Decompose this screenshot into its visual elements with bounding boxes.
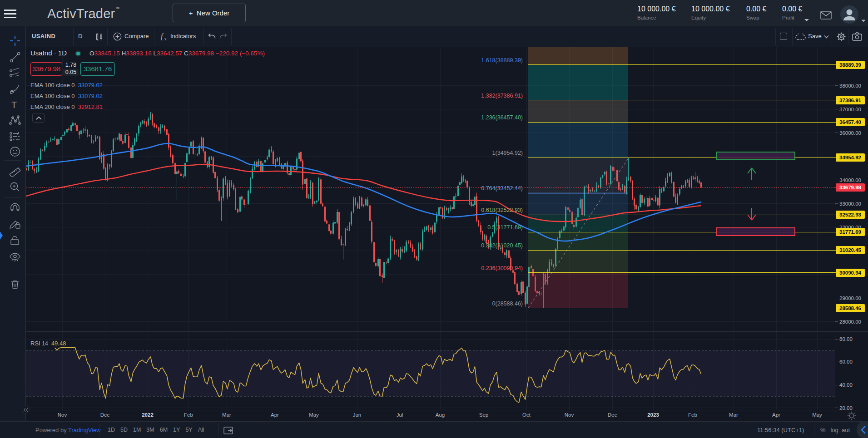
svg-text:T: T [11,100,17,110]
svg-text:f: f [161,32,164,40]
svg-text:x: x [164,37,167,41]
